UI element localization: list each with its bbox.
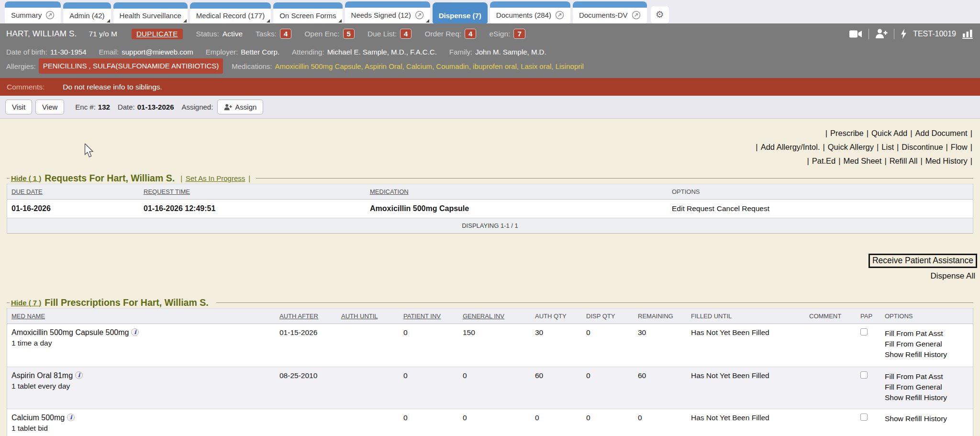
view-button[interactable]: View xyxy=(35,100,64,114)
discontinue-link[interactable]: Discontinue xyxy=(902,143,943,151)
filled-until-cell: Has Not Yet Been Filled xyxy=(687,324,805,367)
options-cell: Fill From Pat AsstFill From GeneralShow … xyxy=(880,367,973,409)
edit-request-link[interactable]: Edit Request xyxy=(672,204,714,212)
due-list-count-badge[interactable]: 4 xyxy=(400,29,412,39)
quick-allergy-link[interactable]: Quick Allergy xyxy=(828,143,874,151)
quick-action-lightning-icon[interactable] xyxy=(901,29,907,39)
tab-admin[interactable]: Admin (42) xyxy=(63,2,111,23)
fill-from-general-link[interactable]: Fill From General xyxy=(885,339,973,349)
medication-cell: Amoxicillin 500mg Capsule xyxy=(366,200,668,218)
add-document-link[interactable]: Add Document xyxy=(915,129,968,137)
tab-summary-label: Summary xyxy=(11,11,42,19)
general-inv-cell: 150 xyxy=(458,324,531,367)
quick-add-link[interactable]: Quick Add xyxy=(871,129,907,137)
tab-health-surveillance[interactable]: Health Surveillance xyxy=(113,2,188,23)
allergies-badge[interactable]: PENICILLINS , SULFA(SULFONAMIDE ANTIBIOT… xyxy=(39,58,223,74)
set-as-in-progress-link[interactable]: Set As In Progress xyxy=(186,174,245,182)
info-icon[interactable]: i xyxy=(67,414,75,421)
medication-link[interactable]: Coumadin xyxy=(436,62,473,70)
tab-medical-record[interactable]: Medical Record (177) xyxy=(190,2,271,23)
tab-dispense[interactable]: Dispense (7) xyxy=(433,2,488,23)
fill-from-pat-asst-link[interactable]: Fill From Pat Asst xyxy=(885,371,973,382)
tab-strip xyxy=(63,2,111,9)
tab-dispense-label: Dispense (7) xyxy=(439,11,481,20)
fill-from-general-link[interactable]: Fill From General xyxy=(885,382,973,392)
duplicate-badge[interactable]: DUPLICATE xyxy=(132,29,183,39)
med-name: Amoxicillin 500mg Capsule 500mg xyxy=(11,328,129,336)
esign-count-badge[interactable]: 7 xyxy=(513,29,525,39)
chart-tab-bar: Summary Admin (42) Health Surveillance M… xyxy=(0,0,980,23)
column-header-due-date[interactable]: DUE DATE xyxy=(7,184,139,199)
column-header-med-name[interactable]: MED NAME xyxy=(7,309,275,324)
requests-hide-link[interactable]: Hide ( 1 ) xyxy=(11,174,41,182)
auth-until-cell xyxy=(337,409,399,436)
receive-patient-assistance-link[interactable]: Receive Patient Assistance xyxy=(872,256,973,265)
auth-qty-cell: 0 xyxy=(531,409,582,436)
pap-checkbox[interactable] xyxy=(860,414,868,421)
column-header-request-time[interactable]: REQUEST TIME xyxy=(139,184,366,199)
show-refill-history-link[interactable]: Show Refill History xyxy=(885,349,973,360)
refill-all-link[interactable]: Refill All xyxy=(890,157,918,165)
flow-link[interactable]: Flow xyxy=(951,143,968,151)
options-cell: Edit RequestCancel Request xyxy=(668,200,973,218)
auth-until-cell xyxy=(337,367,399,409)
column-header-patient-inv[interactable]: PATIENT INV xyxy=(399,309,458,324)
settings-gear-icon[interactable]: ⚙ xyxy=(651,6,669,23)
column-header-general-inv[interactable]: GENERAL INV xyxy=(458,309,531,324)
date-value: 01-13-2026 xyxy=(137,103,174,111)
separator xyxy=(178,174,184,183)
pap-checkbox[interactable] xyxy=(860,371,868,379)
medication-link[interactable]: Lisinopril xyxy=(556,62,584,70)
medication-link[interactable]: ibuprofen oral xyxy=(473,62,521,70)
dispense-all-link[interactable]: Dispense All xyxy=(930,271,975,281)
disp-qty-cell: 0 xyxy=(582,324,634,367)
popout-icon[interactable] xyxy=(45,11,55,20)
column-header-options: OPTIONS xyxy=(880,309,973,324)
show-refill-history-link[interactable]: Show Refill History xyxy=(885,414,973,424)
info-icon[interactable]: i xyxy=(75,371,83,379)
tasks-count-badge[interactable]: 4 xyxy=(280,29,291,39)
show-refill-history-link[interactable]: Show Refill History xyxy=(885,392,973,403)
prescription-row: Calcium 500mgi1 tablet bid 0 0 0 0 0 Has… xyxy=(7,409,973,436)
column-header-auth-after[interactable]: AUTH AFTER xyxy=(275,309,337,324)
filled-until-cell: Has Not Yet Been Filled xyxy=(687,409,805,436)
tab-documents-dv[interactable]: Documents-DV xyxy=(573,1,647,23)
column-header-comment: COMMENT xyxy=(805,309,856,324)
fill-from-pat-asst-link[interactable]: Fill From Pat Asst xyxy=(885,328,973,339)
dropdown-caret-icon xyxy=(107,19,110,22)
column-header-medication[interactable]: MEDICATION xyxy=(366,184,668,199)
tab-strip xyxy=(190,2,271,9)
medication-link[interactable]: Aspirin Oral xyxy=(365,62,406,70)
prescribe-link[interactable]: Prescribe xyxy=(830,129,864,137)
open-enc-label: Open Enc: xyxy=(304,30,339,38)
medication-link[interactable]: Calcium xyxy=(406,62,436,70)
video-camera-icon[interactable] xyxy=(849,30,862,38)
open-enc-count-badge[interactable]: 5 xyxy=(343,29,355,39)
tab-documents[interactable]: Documents (284) xyxy=(490,1,570,23)
tab-on-screen-forms[interactable]: On Screen Forms xyxy=(273,2,342,23)
tab-summary[interactable]: Summary xyxy=(5,1,61,23)
pat-ed-link[interactable]: Pat.Ed xyxy=(812,157,836,165)
attending-value: Michael E. Sample, M.D., F.A.C.C. xyxy=(327,45,437,58)
popout-icon[interactable] xyxy=(415,11,424,20)
cancel-request-link[interactable]: Cancel Request xyxy=(717,204,769,212)
popout-icon[interactable] xyxy=(555,11,564,20)
medication-link[interactable]: Amoxicillin 500mg Capsule xyxy=(275,62,365,70)
column-header-auth-qty: AUTH QTY xyxy=(531,309,582,324)
add-allergy-link[interactable]: Add Allergy/Intol. xyxy=(761,143,820,151)
info-icon[interactable]: i xyxy=(131,328,139,336)
med-sheet-link[interactable]: Med Sheet xyxy=(844,157,882,165)
tab-needs-signed[interactable]: Needs Signed (12) xyxy=(345,1,430,23)
visit-button[interactable]: Visit xyxy=(5,100,32,114)
fill-hide-link[interactable]: Hide ( 7 ) xyxy=(11,299,41,307)
popout-icon[interactable] xyxy=(632,11,641,20)
medication-link[interactable]: Lasix oral xyxy=(521,62,556,70)
med-history-link[interactable]: Med History xyxy=(925,157,968,165)
column-header-auth-until[interactable]: AUTH UNTIL xyxy=(337,309,399,324)
chart-icon[interactable] xyxy=(962,29,974,39)
assign-button[interactable]: Assign xyxy=(217,100,263,114)
order-req-count-badge[interactable]: 4 xyxy=(465,29,476,39)
pap-checkbox[interactable] xyxy=(860,328,868,335)
list-link[interactable]: List xyxy=(881,143,894,151)
add-person-icon[interactable] xyxy=(875,29,888,39)
